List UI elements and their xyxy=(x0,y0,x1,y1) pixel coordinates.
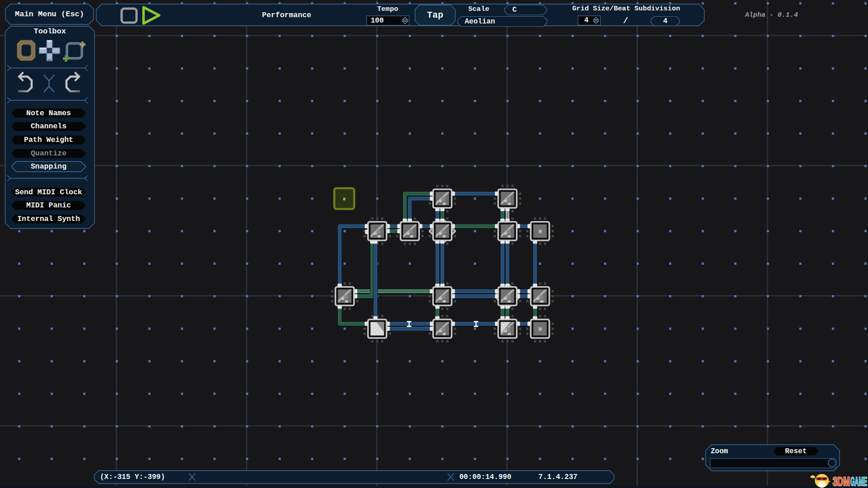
svg-text:GAME: GAME xyxy=(850,475,867,488)
svg-text:3DM: 3DM xyxy=(833,475,850,488)
